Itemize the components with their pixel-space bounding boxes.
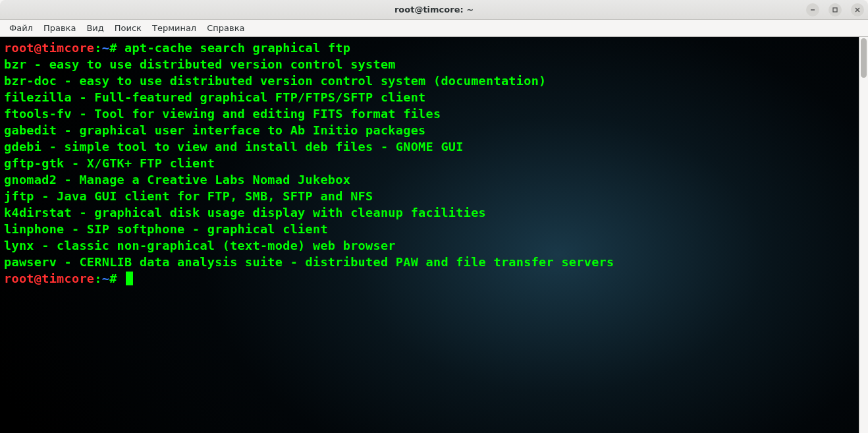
minimize-icon xyxy=(809,7,816,13)
prompt-user-host: root@timcore xyxy=(4,272,94,285)
output-line: bzr-doc - easy to use distributed versio… xyxy=(4,74,547,88)
output-line: pawserv - CERNLIB data analysis suite - … xyxy=(4,255,614,269)
prompt-separator: : xyxy=(94,41,101,55)
maximize-button[interactable] xyxy=(828,3,842,16)
terminal-cursor xyxy=(126,272,133,285)
menu-edit[interactable]: Правка xyxy=(38,21,81,35)
scrollbar[interactable] xyxy=(859,37,868,433)
output-line: linphone - SIP softphone - graphical cli… xyxy=(4,222,328,236)
window-title: root@timcore: ~ xyxy=(394,5,474,14)
command-text: apt-cache search graphical ftp xyxy=(124,41,350,55)
terminal[interactable]: root@timcore:~# apt-cache search graphic… xyxy=(0,37,859,433)
output-line: filezilla - Full-featured graphical FTP/… xyxy=(4,90,426,104)
menubar: Файл Правка Вид Поиск Терминал Справка xyxy=(0,20,868,37)
scrollbar-thumb[interactable] xyxy=(861,38,867,78)
prompt-path: ~ xyxy=(102,41,109,55)
menu-terminal[interactable]: Терминал xyxy=(147,21,202,35)
window-controls xyxy=(806,3,864,16)
output-line: ftools-fv - Tool for viewing and editing… xyxy=(4,107,441,121)
terminal-container: root@timcore:~# apt-cache search graphic… xyxy=(0,37,868,433)
output-line: k4dirstat - graphical disk usage display… xyxy=(4,206,486,219)
close-button[interactable] xyxy=(851,3,864,16)
menu-file[interactable]: Файл xyxy=(4,21,38,35)
output-line: gnomad2 - Manage a Creative Labs Nomad J… xyxy=(4,173,350,187)
prompt-symbol: # xyxy=(109,272,117,285)
close-icon xyxy=(854,7,861,13)
menu-search[interactable]: Поиск xyxy=(109,21,147,35)
prompt-path: ~ xyxy=(102,272,109,285)
svg-rect-1 xyxy=(833,8,837,12)
maximize-icon xyxy=(832,7,838,13)
output-line: lynx - classic non-graphical (text-mode)… xyxy=(4,239,396,252)
window-titlebar: root@timcore: ~ xyxy=(0,0,868,20)
menu-view[interactable]: Вид xyxy=(81,21,109,35)
output-line: gftp-gtk - X/GTK+ FTP client xyxy=(4,156,215,170)
prompt-user-host: root@timcore xyxy=(4,41,94,55)
output-line: gabedit - graphical user interface to Ab… xyxy=(4,123,426,137)
minimize-button[interactable] xyxy=(806,3,819,16)
menu-help[interactable]: Справка xyxy=(202,21,250,35)
output-line: gdebi - simple tool to view and install … xyxy=(4,140,464,154)
prompt-separator: : xyxy=(94,272,101,285)
prompt-symbol: # xyxy=(109,41,117,55)
output-line: jftp - Java GUI client for FTP, SMB, SFT… xyxy=(4,189,373,203)
output-line: bzr - easy to use distributed version co… xyxy=(4,57,396,71)
